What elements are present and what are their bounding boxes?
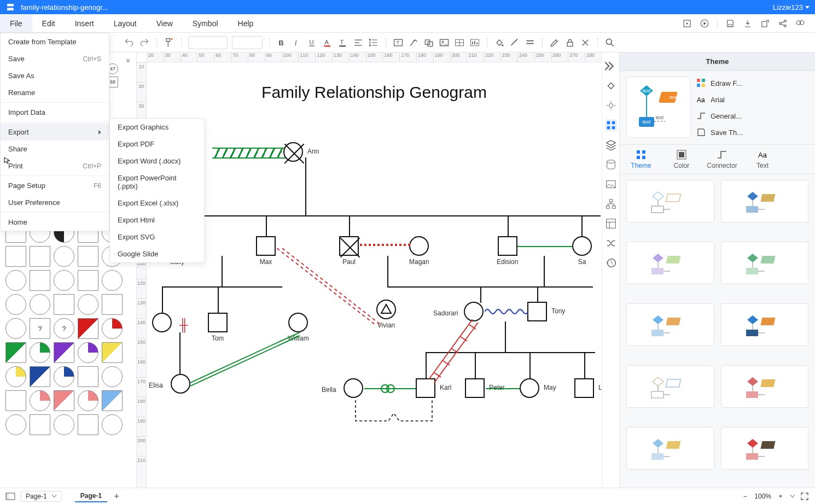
export-excel[interactable]: Export Excel (.xlsx) xyxy=(110,195,204,212)
theme-option-edraw[interactable]: Edraw F... xyxy=(696,77,808,90)
stencil-shape[interactable] xyxy=(54,390,74,411)
stencil-shape[interactable] xyxy=(30,414,50,435)
theme-tab-color[interactable]: Color xyxy=(667,149,696,169)
image-icon[interactable] xyxy=(439,37,450,48)
theme-option-connector[interactable]: General... xyxy=(696,109,808,122)
stencil-shape[interactable] xyxy=(102,270,123,291)
add-page-button[interactable]: + xyxy=(112,491,121,501)
file-share[interactable]: Share xyxy=(1,140,109,157)
text-highlight-icon[interactable]: T xyxy=(337,37,348,48)
page-selector[interactable]: Page-1 xyxy=(21,491,62,502)
export-icon[interactable] xyxy=(760,19,770,28)
person-may[interactable]: May xyxy=(520,378,539,398)
stencil-shape[interactable] xyxy=(78,390,98,411)
zoom-in-button[interactable]: + xyxy=(776,491,785,501)
stencil-shape[interactable] xyxy=(5,414,26,435)
effects-icon[interactable] xyxy=(605,99,617,112)
stencil-shape[interactable] xyxy=(54,246,74,267)
play-icon[interactable] xyxy=(700,19,709,28)
file-user-preference[interactable]: User Preference xyxy=(1,194,109,211)
line-spacing-icon[interactable] xyxy=(368,37,379,48)
theme-thumbnail[interactable] xyxy=(721,427,809,470)
fullscreen-icon[interactable] xyxy=(800,491,810,501)
theme-thumbnail[interactable] xyxy=(721,242,809,284)
menu-edit[interactable]: Edit xyxy=(32,15,65,32)
theme-thumbnail[interactable] xyxy=(721,180,809,222)
stencil-shape[interactable] xyxy=(54,366,74,387)
stencil-shape[interactable] xyxy=(5,270,26,291)
stencil-shape[interactable] xyxy=(30,246,50,267)
layers-icon[interactable] xyxy=(605,139,617,151)
stencil-shape[interactable]: ? xyxy=(54,318,74,339)
stencil-shape[interactable] xyxy=(30,294,50,315)
zoom-dropdown-icon[interactable] xyxy=(790,494,795,499)
stencil-shape[interactable] xyxy=(30,366,50,387)
font-color-icon[interactable]: A xyxy=(322,37,333,48)
person-unnamed-circle[interactable] xyxy=(152,313,172,332)
italic-icon[interactable]: I xyxy=(292,37,302,48)
stencil-shape[interactable] xyxy=(78,318,98,339)
theme-rail-icon[interactable] xyxy=(605,119,617,131)
undo-icon[interactable] xyxy=(124,37,135,48)
file-create-template[interactable]: Create from Template xyxy=(1,33,109,50)
share-icon[interactable] xyxy=(778,19,788,28)
stencil-shape[interactable] xyxy=(102,366,123,387)
theme-tab-theme[interactable]: Theme xyxy=(626,149,656,169)
drawing-canvas[interactable]: Family Relationship Genogram Ann Sally M… xyxy=(147,62,602,488)
page-tab[interactable]: Page-1 xyxy=(75,490,107,502)
search-icon[interactable] xyxy=(604,37,615,48)
user-menu[interactable]: Lizzie123 xyxy=(773,3,810,11)
stencil-shape[interactable] xyxy=(78,342,98,363)
menu-view[interactable]: View xyxy=(147,15,183,32)
person-sadorari[interactable]: Sadorari xyxy=(464,302,484,321)
stencil-shape[interactable] xyxy=(54,270,74,291)
font-family-select[interactable] xyxy=(188,36,228,49)
font-size-select[interactable] xyxy=(232,36,263,49)
stencil-shape[interactable] xyxy=(5,366,26,387)
person-edision[interactable]: Edision xyxy=(497,236,518,266)
theme-option-save[interactable]: Save Th... xyxy=(696,126,808,139)
stencil-shape[interactable] xyxy=(102,318,123,339)
data-icon[interactable] xyxy=(605,159,617,171)
theme-thumbnail[interactable] xyxy=(626,365,714,408)
stencil-shape[interactable] xyxy=(5,318,26,339)
page-layout-icon[interactable] xyxy=(5,493,15,500)
theme-tab-text[interactable]: AaText xyxy=(748,149,777,169)
export-pdf[interactable]: Export PDF xyxy=(110,136,204,153)
chart-icon[interactable] xyxy=(469,37,480,48)
fill-icon[interactable] xyxy=(494,37,505,48)
export-google-slide[interactable]: Google Slide xyxy=(110,245,204,262)
file-home[interactable]: Home xyxy=(1,214,109,231)
stencil-shape[interactable] xyxy=(78,414,98,435)
person-ann[interactable]: Ann xyxy=(283,142,303,162)
line-style-icon[interactable] xyxy=(525,37,535,48)
fill-style-icon[interactable] xyxy=(605,80,617,92)
layout-rail-icon[interactable] xyxy=(605,218,617,230)
person-tony[interactable]: Tony xyxy=(527,302,547,321)
text-box-icon[interactable]: T xyxy=(393,37,404,48)
download-icon[interactable] xyxy=(743,19,753,28)
align-icon[interactable] xyxy=(353,37,364,48)
stencil-shape[interactable] xyxy=(78,270,98,291)
theme-thumbnail[interactable] xyxy=(721,303,809,346)
stencil-shape[interactable] xyxy=(102,390,123,411)
shape-icon[interactable] xyxy=(423,37,434,48)
stencil-shape[interactable] xyxy=(78,366,98,387)
menu-insert[interactable]: Insert xyxy=(65,15,104,32)
menu-file[interactable]: File xyxy=(0,15,32,32)
person-magan[interactable]: Magan xyxy=(409,236,429,266)
stencil-shape[interactable] xyxy=(5,342,26,363)
edit-icon[interactable] xyxy=(549,37,560,48)
stencil-shape[interactable] xyxy=(30,342,50,363)
table-icon[interactable] xyxy=(454,37,465,48)
menu-help[interactable]: Help xyxy=(228,15,264,32)
bold-icon[interactable]: B xyxy=(276,37,287,48)
menu-symbol[interactable]: Symbol xyxy=(183,15,228,32)
stencil-shape[interactable] xyxy=(30,390,50,411)
stencil-shape[interactable] xyxy=(78,294,98,315)
menu-layout[interactable]: Layout xyxy=(104,15,147,32)
stencil-shape[interactable] xyxy=(5,246,26,267)
theme-thumbnail[interactable] xyxy=(626,242,714,284)
theme-thumbnail[interactable] xyxy=(626,180,714,222)
view-icon[interactable] xyxy=(795,19,805,28)
